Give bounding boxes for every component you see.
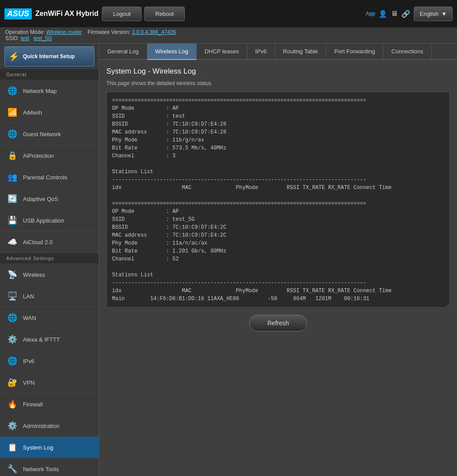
tab-dhcp-leases[interactable]: DHCP leases <box>197 44 247 59</box>
logo-area: ASUS ZenWiFi AX Hybrid <box>4 8 98 19</box>
lan-icon: 🖥️ <box>6 290 19 302</box>
logout-button[interactable]: Logout <box>102 7 142 21</box>
administration-icon: ⚙️ <box>6 420 19 432</box>
aimesh-icon: 📶 <box>6 106 19 119</box>
ssid-label: SSID: <box>5 35 19 41</box>
sidebar-item-vpn[interactable]: 🔐 VPN <box>0 372 99 394</box>
sidebar-item-guest-network[interactable]: 🌐 Guest Network <box>0 123 99 145</box>
page-title: System Log - Wireless Log <box>106 67 450 76</box>
sidebar-item-label: Wireless <box>23 271 45 278</box>
sidebar-item-label: Alexa & IFTTT <box>23 336 60 343</box>
sidebar-item-ipv6[interactable]: 🌐 IPv6 <box>0 350 99 372</box>
tab-bar: General Log Wireless Log DHCP leases IPv… <box>99 44 457 60</box>
ssid-value1[interactable]: test <box>21 35 29 41</box>
header-buttons: Logout Reboot <box>102 7 362 21</box>
chevron-down-icon: ▼ <box>441 11 447 17</box>
sidebar-item-aiprotection[interactable]: 🔒 AiProtection <box>0 145 99 167</box>
sidebar-item-administration[interactable]: ⚙️ Administration <box>0 415 99 437</box>
sidebar-item-adaptive-qos[interactable]: 🔄 Adaptive QoS <box>0 188 99 210</box>
refresh-button[interactable]: Refresh <box>249 315 307 331</box>
quick-setup-icon: ⚡ <box>8 51 19 62</box>
aiprotection-icon: 🔒 <box>6 149 19 162</box>
sidebar-item-label: Network Tools <box>23 466 59 472</box>
wan-icon: 🌐 <box>6 312 19 324</box>
language-selector[interactable]: English ▼ <box>414 7 453 21</box>
alexa-icon: ⚙️ <box>6 333 19 346</box>
user-icon[interactable]: 👤 <box>378 10 387 18</box>
quick-internet-setup-button[interactable]: ⚡ Quick Internet Setup <box>4 46 94 67</box>
tab-connections[interactable]: Connections <box>383 44 431 59</box>
firmware-value[interactable]: 3.0.0.4.386_47426 <box>132 29 176 35</box>
sidebar-item-alexa-ifttt[interactable]: ⚙️ Alexa & IFTTT <box>0 329 99 350</box>
tab-port-forwarding[interactable]: Port Forwarding <box>326 44 383 59</box>
sidebar-item-label: AiCloud 2.0 <box>23 239 52 245</box>
product-name: ZenWiFi AX Hybrid <box>35 10 98 18</box>
info-bar: Operation Mode: Wireless router Firmware… <box>0 27 457 44</box>
header-right: App 👤 🖥 🔗 English ▼ <box>366 7 453 21</box>
sidebar-item-parental-controls[interactable]: 👥 Parental Controls <box>0 167 99 188</box>
sidebar-item-system-log[interactable]: 📋 System Log <box>0 437 99 458</box>
general-section-header: General <box>0 69 99 80</box>
sidebar-item-label: USB Application <box>23 217 64 224</box>
sidebar-item-label: IPv6 <box>23 358 34 364</box>
tab-wireless-log[interactable]: Wireless Log <box>147 44 197 60</box>
wireless-icon: 📡 <box>6 268 19 281</box>
sidebar-item-aicloud[interactable]: ☁️ AiCloud 2.0 <box>0 231 99 253</box>
operation-mode-value[interactable]: Wireless router <box>46 29 82 35</box>
firmware-label: Firmware Version: <box>88 29 131 35</box>
network-icon[interactable]: 🔗 <box>401 10 410 18</box>
advanced-settings-header: Advanced Settings <box>0 253 99 264</box>
ssid-value2[interactable]: test_5G <box>34 35 52 41</box>
parental-controls-icon: 👥 <box>6 171 19 183</box>
display-icon[interactable]: 🖥 <box>391 10 398 18</box>
sidebar-item-label: LAN <box>23 293 34 300</box>
sidebar-item-network-tools[interactable]: 🔧 Network Tools <box>0 458 99 476</box>
sidebar-item-label: AiProtection <box>23 152 54 159</box>
sidebar-item-label: VPN <box>23 379 35 386</box>
sidebar-item-firewall[interactable]: 🔥 Firewall <box>0 394 99 415</box>
sidebar-item-label: Guest Network <box>23 131 61 138</box>
main-layout: ⚡ Quick Internet Setup General 🌐 Network… <box>0 44 457 476</box>
sidebar-item-label: Administration <box>23 423 59 429</box>
wireless-log-box[interactable]: ========================================… <box>106 92 450 308</box>
vpn-icon: 🔐 <box>6 376 19 389</box>
sidebar-item-label: Adaptive QoS <box>23 196 58 202</box>
refresh-area: Refresh <box>106 315 450 331</box>
sidebar-item-label: Firewall <box>23 401 43 408</box>
sidebar-item-label: AiMesh <box>23 109 42 116</box>
page-description: This page shows the detailed wireless st… <box>106 80 450 86</box>
sidebar-item-wan[interactable]: 🌐 WAN <box>0 307 99 329</box>
content-area: General Log Wireless Log DHCP leases IPv… <box>99 44 457 476</box>
asus-logo: ASUS <box>4 8 32 19</box>
ipv6-icon: 🌐 <box>6 355 19 367</box>
quick-setup-label: Quick Internet Setup <box>23 53 75 60</box>
tab-general-log[interactable]: General Log <box>99 44 147 59</box>
sidebar-item-label: Parental Controls <box>23 174 67 181</box>
reboot-button[interactable]: Reboot <box>144 7 185 21</box>
network-map-icon: 🌐 <box>6 85 19 97</box>
tab-routing-table[interactable]: Routing Table <box>275 44 326 59</box>
system-log-icon: 📋 <box>6 441 19 454</box>
app-link[interactable]: App <box>366 11 375 17</box>
sidebar-item-lan[interactable]: 🖥️ LAN <box>0 286 99 307</box>
sidebar-item-aimesh[interactable]: 📶 AiMesh <box>0 102 99 123</box>
language-label: English <box>420 11 438 17</box>
sidebar-item-network-map[interactable]: 🌐 Network Map <box>0 80 99 102</box>
sidebar-item-usb-application[interactable]: 💾 USB Application <box>0 210 99 231</box>
operation-mode-label: Operation Mode: <box>5 29 45 35</box>
firewall-icon: 🔥 <box>6 398 19 410</box>
sidebar-item-wireless[interactable]: 📡 Wireless <box>0 264 99 286</box>
sidebar: ⚡ Quick Internet Setup General 🌐 Network… <box>0 44 99 476</box>
sidebar-item-label: System Log <box>23 444 53 451</box>
aicloud-icon: ☁️ <box>6 236 19 248</box>
adaptive-qos-icon: 🔄 <box>6 193 19 205</box>
page-content: System Log - Wireless Log This page show… <box>99 60 457 476</box>
tab-ipv6[interactable]: IPv6 <box>247 44 275 59</box>
guest-network-icon: 🌐 <box>6 128 19 140</box>
info-bar-text: Operation Mode: Wireless router Firmware… <box>5 29 176 41</box>
sidebar-item-label: Network Map <box>23 88 57 94</box>
sidebar-item-label: WAN <box>23 315 36 321</box>
network-tools-icon: 🔧 <box>6 463 19 475</box>
top-header: ASUS ZenWiFi AX Hybrid Logout Reboot App… <box>0 0 457 27</box>
header-icons: App 👤 🖥 🔗 <box>366 10 410 18</box>
